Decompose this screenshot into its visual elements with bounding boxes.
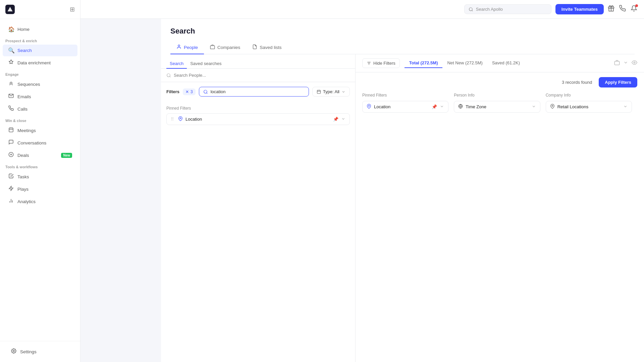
svg-line-23 [206, 93, 207, 94]
sequences-icon [8, 81, 14, 87]
sidebar-item-plays[interactable]: Plays [3, 183, 77, 195]
sidebar-item-label: Conversations [17, 140, 46, 145]
type-filter-dropdown[interactable]: Type: All [312, 87, 350, 97]
sidebar-item-emails[interactable]: Emails [3, 90, 77, 103]
svg-point-28 [180, 118, 181, 119]
timezone-col-chevron [532, 104, 536, 110]
tab-saved-lists[interactable]: Saved lists [246, 41, 287, 54]
search-people-icon [166, 73, 171, 78]
filter-count-badge[interactable]: ✕ 3 [183, 88, 196, 95]
timezone-col-label: Time Zone [466, 104, 529, 109]
sidebar-item-sequences[interactable]: Sequences [3, 78, 77, 90]
filter-item-location[interactable]: ⠿ Location 📌 [166, 113, 350, 125]
person-info-col: Person Info Time Zone [454, 93, 545, 115]
svg-marker-9 [9, 186, 13, 190]
sidebar-header: ⊞ [0, 0, 80, 19]
retail-locations-col-item[interactable]: Retail Locations [546, 101, 632, 113]
sidebar-item-calls[interactable]: Calls [3, 103, 77, 115]
filter-search-icon [203, 89, 208, 94]
settings-icon [11, 348, 17, 355]
company-info-col: Company Info Retail Locations [546, 93, 637, 115]
right-panel: Hide Filters Total (272.5M) Net New (272… [356, 54, 644, 362]
timezone-col-item[interactable]: Time Zone [454, 101, 540, 113]
location-col-chevron [440, 104, 444, 110]
tasks-icon [8, 173, 14, 180]
deals-icon [8, 152, 14, 159]
gift-icon[interactable] [608, 5, 614, 13]
chevron-down-results-icon[interactable] [623, 60, 628, 66]
pinned-filters-col: Pinned Filters Location 📌 [362, 93, 454, 115]
companies-tab-icon [210, 44, 215, 50]
sidebar-item-home[interactable]: 🏠 Home [3, 23, 77, 35]
content-area: Search Saved searches Filters ✕ 3 [161, 54, 644, 362]
sidebar-item-search[interactable]: 🔍 Search [3, 45, 77, 56]
filters-row: Filters ✕ 3 Type: All [161, 82, 355, 101]
results-bar: Hide Filters Total (272.5M) Net New (272… [356, 54, 644, 72]
location-col-label: Location [374, 104, 428, 109]
retail-locations-col-icon [550, 104, 555, 110]
eye-icon[interactable] [632, 60, 637, 67]
sidebar-item-analytics[interactable]: Analytics [3, 195, 77, 207]
filters-label: Filters [166, 89, 179, 94]
svg-point-18 [178, 45, 180, 47]
apply-filters-button[interactable]: Apply Filters [599, 77, 637, 87]
pinned-filters-col-title: Pinned Filters [362, 93, 448, 98]
results-tab-total[interactable]: Total (272.5M) [405, 58, 443, 68]
sidebar-toggle-icon[interactable]: ⊞ [70, 6, 75, 13]
timezone-col-icon [458, 104, 463, 110]
tab-companies-label: Companies [217, 45, 240, 50]
hide-filters-button[interactable]: Hide Filters [362, 58, 400, 68]
apply-bar: 3 records found Apply Filters [356, 72, 644, 87]
nav-section-engage: Engage [0, 69, 80, 78]
sub-tab-saved-searches[interactable]: Saved searches [187, 59, 225, 69]
sidebar-item-tasks[interactable]: Tasks [3, 171, 77, 183]
tab-people-label: People [184, 45, 198, 50]
records-found-label: 3 records found [562, 80, 592, 85]
filter-search-box[interactable] [199, 87, 309, 97]
enrichment-icon [8, 59, 14, 66]
sidebar-item-label: Analytics [17, 199, 36, 204]
sidebar-item-label: Meetings [17, 128, 36, 133]
invite-teammates-button[interactable]: Invite Teammates [555, 4, 604, 14]
sidebar-item-label: Sequences [17, 82, 40, 87]
filter-chevron-icon [341, 117, 345, 122]
results-tabs: Total (272.5M) Net New (272.5M) Saved (6… [405, 58, 609, 68]
sidebar-item-settings[interactable]: Settings [5, 346, 75, 358]
sidebar-item-label: Settings [20, 349, 37, 354]
briefcase-icon[interactable] [614, 60, 620, 67]
sidebar-footer: Settings [0, 341, 80, 362]
search-apollo-input[interactable]: Search Apollo [464, 4, 551, 14]
sidebar-item-deals[interactable]: Deals New [3, 149, 77, 161]
filter-search-input[interactable] [211, 89, 305, 94]
sidebar-item-meetings[interactable]: Meetings [3, 124, 77, 136]
filter-columns: Pinned Filters Location 📌 Person Info [356, 87, 644, 120]
svg-line-21 [170, 76, 171, 77]
search-nav-icon: 🔍 [8, 47, 14, 54]
sidebar-item-conversations[interactable]: Conversations [3, 137, 77, 149]
location-filter-label: Location [185, 117, 329, 122]
sub-tab-search[interactable]: Search [166, 59, 187, 69]
tab-companies[interactable]: Companies [204, 41, 246, 54]
svg-point-37 [552, 105, 553, 107]
topbar: Search Apollo Invite Teammates [80, 0, 644, 19]
tab-people[interactable]: People [170, 41, 204, 54]
page-header: Search People Companies Saved lists [161, 19, 644, 54]
home-icon: 🏠 [8, 26, 14, 33]
location-filter-icon [178, 116, 183, 122]
sidebar-nav: 🏠 Home Prospect & enrich 🔍 Search Data e… [0, 19, 80, 341]
results-tab-net-new[interactable]: Net New (272.5M) [442, 58, 487, 68]
svg-marker-0 [8, 7, 13, 12]
pinned-filters-title: Pinned Filters [166, 106, 350, 111]
svg-point-22 [204, 90, 207, 93]
svg-rect-32 [614, 61, 619, 65]
phone-icon[interactable] [619, 5, 626, 13]
filter-count: 3 [191, 89, 193, 94]
location-col-item[interactable]: Location 📌 [362, 101, 448, 113]
search-people-input[interactable] [174, 73, 350, 78]
notification-icon[interactable] [631, 5, 637, 13]
sidebar-logo [5, 5, 15, 14]
results-tab-saved[interactable]: Saved (61.2K) [487, 58, 525, 68]
svg-point-33 [634, 62, 635, 63]
svg-point-13 [13, 350, 14, 352]
sidebar-item-data-enrichment[interactable]: Data enrichment [3, 57, 77, 69]
